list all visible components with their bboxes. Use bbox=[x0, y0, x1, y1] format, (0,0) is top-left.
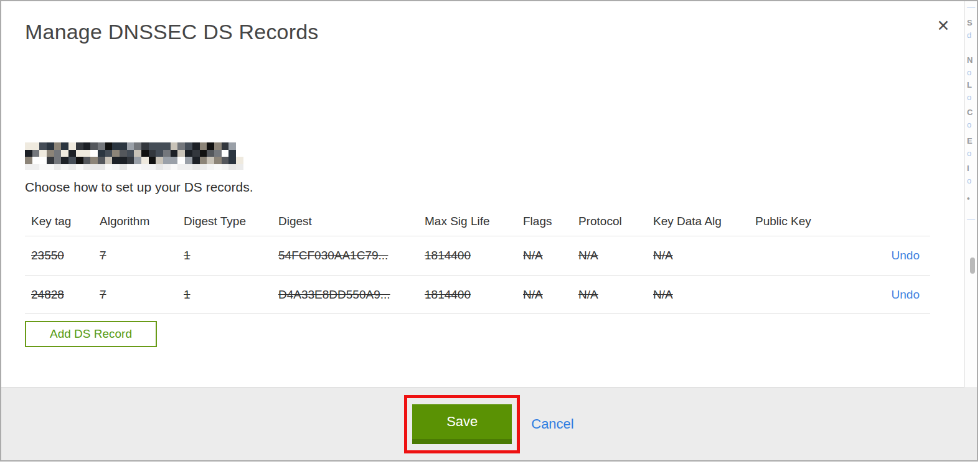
cell-protocol: N/A bbox=[578, 249, 653, 262]
ds-record-row: 23550 7 1 54FCF030AA1C79... 1814400 N/A … bbox=[25, 236, 930, 275]
background-page-fragment: E bbox=[967, 137, 973, 145]
cell-key-data-alg: N/A bbox=[653, 249, 755, 262]
cell-algorithm: 7 bbox=[100, 249, 184, 262]
background-page-fragment: o bbox=[967, 121, 971, 129]
column-header-key-tag: Key tag bbox=[25, 215, 100, 228]
background-page-strip: — S d N o L o C o E o I o • — bbox=[964, 1, 977, 460]
cell-key-tag: 23550 bbox=[25, 249, 100, 262]
background-page-fragment: o bbox=[967, 177, 971, 185]
background-strip-footer bbox=[964, 387, 977, 460]
column-header-flags: Flags bbox=[523, 215, 578, 228]
column-header-digest: Digest bbox=[278, 215, 425, 228]
column-header-algorithm: Algorithm bbox=[100, 215, 184, 228]
cell-digest-type: 1 bbox=[184, 288, 278, 302]
ds-record-row: 24828 7 1 D4A33E8DD550A9... 1814400 N/A … bbox=[25, 275, 930, 314]
cell-max-sig-life: 1814400 bbox=[425, 249, 523, 262]
redacted-domain-name bbox=[25, 142, 244, 170]
cell-key-tag: 24828 bbox=[25, 288, 100, 302]
column-header-key-data-alg: Key Data Alg bbox=[653, 215, 755, 228]
ds-records-table: Key tag Algorithm Digest Type Digest Max… bbox=[25, 206, 930, 314]
save-button[interactable]: Save bbox=[412, 404, 512, 444]
undo-link[interactable]: Undo bbox=[892, 288, 920, 301]
undo-link[interactable]: Undo bbox=[892, 249, 920, 262]
cell-digest: D4A33E8DD550A9... bbox=[278, 288, 425, 302]
background-page-fragment: • bbox=[967, 194, 970, 202]
page-scrollbar-thumb[interactable] bbox=[970, 258, 975, 274]
background-page-fragment: o bbox=[967, 68, 971, 77]
dnssec-modal: Manage DNSSEC DS Records ✕ Choose how to… bbox=[0, 0, 978, 462]
close-icon[interactable]: ✕ bbox=[933, 15, 954, 36]
screenshot-root: Manage DNSSEC DS Records ✕ Choose how to… bbox=[0, 0, 980, 464]
cell-key-data-alg: N/A bbox=[653, 288, 755, 302]
background-page-fragment: o bbox=[967, 149, 971, 157]
cell-algorithm: 7 bbox=[100, 288, 184, 302]
table-header-row: Key tag Algorithm Digest Type Digest Max… bbox=[25, 206, 930, 236]
background-page-fragment: — bbox=[967, 215, 975, 223]
background-page-fragment: I bbox=[967, 164, 969, 172]
cell-protocol: N/A bbox=[578, 288, 653, 302]
modal-title: Manage DNSSEC DS Records bbox=[25, 20, 319, 44]
modal-footer: Save Cancel bbox=[1, 387, 977, 460]
save-annotation-red-box: Save bbox=[404, 395, 520, 453]
cell-flags: N/A bbox=[523, 288, 578, 302]
column-header-public-key: Public Key bbox=[755, 215, 855, 228]
background-page-fragment: d bbox=[967, 31, 971, 39]
cell-digest-type: 1 bbox=[184, 249, 278, 262]
background-page-fragment: o bbox=[967, 93, 971, 101]
background-page-fragment: S bbox=[967, 19, 973, 27]
background-page-fragment: N bbox=[967, 56, 973, 64]
column-header-max-sig-life: Max Sig Life bbox=[425, 215, 523, 228]
column-header-digest-type: Digest Type bbox=[184, 215, 278, 228]
column-header-protocol: Protocol bbox=[578, 215, 653, 228]
background-page-fragment: C bbox=[967, 108, 973, 116]
cell-max-sig-life: 1814400 bbox=[425, 288, 523, 302]
cell-flags: N/A bbox=[523, 249, 578, 262]
cell-digest: 54FCF030AA1C79... bbox=[278, 249, 425, 262]
add-ds-record-button[interactable]: Add DS Record bbox=[25, 321, 157, 347]
background-page-fragment: — bbox=[967, 2, 975, 11]
cancel-link[interactable]: Cancel bbox=[531, 416, 573, 432]
background-page-fragment: L bbox=[967, 81, 972, 89]
instruction-text: Choose how to set up your DS records. bbox=[25, 180, 253, 195]
